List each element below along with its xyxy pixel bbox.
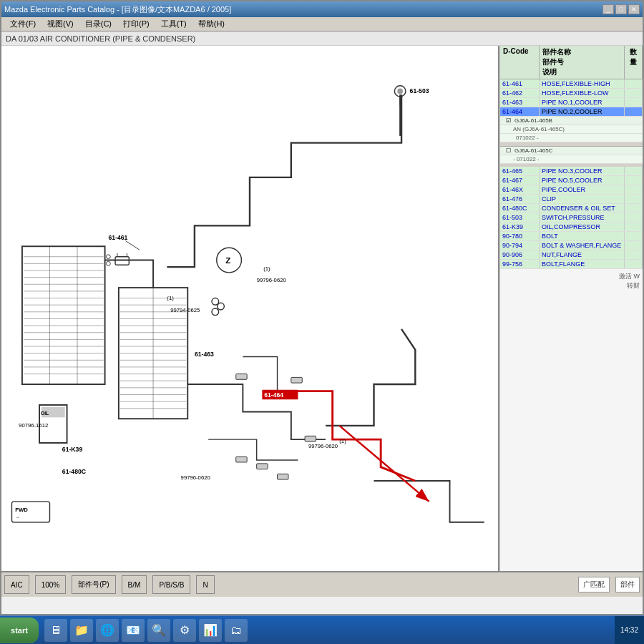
name-61-463: PIPE NO.1,COOLER [540,98,625,107]
parts-row-90-794[interactable]: 90-794 BOLT & WASHER,FLANGE [500,241,643,250]
dcode-61-462: 61-462 [500,89,540,97]
part-number-465c: GJ6A-61-465C [514,147,552,154]
match-status: 广匹配 [578,577,610,592]
parts-row-90-906[interactable]: 90-906 NUT,FLANGE [500,250,643,260]
name-61-480c: CONDENSER & OIL SET [540,204,625,213]
menu-help[interactable]: 帮助(H) [192,17,230,31]
name-61-503: SWITCH,PRESSURE [540,213,625,222]
part-date-b: - 071022 - [513,156,640,162]
qty-90-780 [625,232,643,240]
svg-text:61-K39: 61-K39 [62,446,83,453]
qty-61-467 [625,176,643,185]
activate-info: 激活 W 转财 [500,269,643,293]
title-bar-buttons: _ □ ✕ [602,4,640,14]
svg-text:OIL: OIL [41,411,49,416]
taskbar-icon-7[interactable]: 📊 [199,619,222,642]
qty-61-k39 [625,223,643,231]
dcode-61-463: 61-463 [500,98,540,107]
minimize-button[interactable]: _ [602,4,614,14]
maximize-button[interactable]: □ [615,4,627,14]
menu-tools[interactable]: 工具(T) [155,17,192,31]
taskbar-icon-1[interactable]: 🖥 [44,619,67,642]
part-p-button[interactable]: 部件号(P) [72,575,115,594]
part-date-a: 071022 - [516,135,640,141]
zoom-button[interactable]: 100% [35,575,67,594]
dcode-90-780: 90-780 [500,232,540,240]
menu-print[interactable]: 打印(P) [117,17,155,31]
qty-61-46x [625,185,643,194]
n-button[interactable]: N [196,575,214,594]
app-window: Mazda Electronic Parts Catalog - [目录图像/文… [0,0,644,615]
svg-text:61-464: 61-464 [264,391,283,399]
name-61-462: HOSE,FLEXIBLE-LOW [540,89,625,97]
parts-row-61-k39[interactable]: 61-K39 OIL,COMPRESSOR [500,223,643,232]
menu-catalog[interactable]: 目录(C) [79,17,117,31]
checkbox-465b[interactable]: ☑ [502,117,514,124]
svg-text:90796-1612: 90796-1612 [19,422,48,429]
name-90-906: NUT,FLANGE [540,250,625,259]
parts-row-61-465[interactable]: 61-465 PIPE NO.3,COOLER [500,167,643,176]
parts-diagram: FWD → [1,46,498,571]
svg-text:61-461: 61-461 [108,234,127,241]
qty-61-464 [625,107,643,116]
parts-row-61-463[interactable]: 61-463 PIPE NO.1,COOLER [500,98,643,107]
main-content: FWD → [1,46,643,571]
menu-view[interactable]: 视图(V) [42,17,79,31]
taskbar-icon-5[interactable]: 🔍 [147,619,170,642]
sub-row-gj6a465b: ☑ GJ6A-61-465B [500,117,643,125]
sub-row-465c-variant: AN (GJ6A-61-465C) [500,125,643,134]
parts-row-90-780[interactable]: 90-780 BOLT [500,232,643,241]
parts-row-61-480c[interactable]: 61-480C CONDENSER & OIL SET [500,204,643,213]
taskbar-icon-8[interactable]: 🗂 [225,619,248,642]
taskbar-icons: 🖥 📁 🌐 📧 🔍 ⚙ 📊 🗂 [42,619,250,642]
qty-90-794 [625,241,643,250]
taskbar-icon-2[interactable]: 📁 [70,619,93,642]
parts-row-61-476[interactable]: 61-476 CLIP [500,195,643,204]
name-61-476: CLIP [540,195,625,203]
dcode-61-461: 61-461 [500,79,540,88]
taskbar-icon-3[interactable]: 🌐 [96,619,119,642]
taskbar-icon-4[interactable]: 📧 [122,619,145,642]
name-99-756: BOLT,FLANGE [540,260,625,268]
qty-column-header: 数量 [625,46,643,79]
svg-rect-66 [305,436,316,441]
parts-row-61-467[interactable]: 61-467 PIPE NO.5,COOLER [500,176,643,185]
name-61-k39: OIL,COMPRESSOR [540,223,625,231]
start-button[interactable]: start [0,618,39,643]
name-column-header: 部件名称部件号说明 [540,46,625,79]
svg-text:Z: Z [225,256,230,265]
name-61-467: PIPE NO.5,COOLER [540,176,625,185]
svg-rect-67 [236,457,247,462]
dcode-61-503: 61-503 [500,213,540,222]
close-button[interactable]: ✕ [628,4,640,14]
qty-61-476 [625,195,643,203]
dcode-61-46x: 61-46X [500,185,540,194]
name-90-780: BOLT [540,232,625,240]
aic-button[interactable]: AIC [4,575,29,594]
parts-panel: D-Code 部件名称部件号说明 数量 61-461 HOSE,FLEXIBLE… [499,46,643,571]
parts-row-61-503[interactable]: 61-503 SWITCH,PRESSURE [500,213,643,223]
dcode-61-467: 61-467 [500,176,540,185]
taskbar: start 🖥 📁 🌐 📧 🔍 ⚙ 📊 🗂 14:32 [0,615,644,644]
section-title: DA 01/03 AIR CONDITIONER (PIPE & CONDENS… [6,34,195,43]
parts-row-61-461[interactable]: 61-461 HOSE,FLEXIBLE-HIGH [500,79,643,89]
taskbar-icon-6[interactable]: ⚙ [173,619,196,642]
name-61-464: PIPE NO.2,COOLER [540,107,625,116]
parts-row-61-462[interactable]: 61-462 HOSE,FLEXIBLE-LOW [500,89,643,98]
bm-button[interactable]: B/M [122,575,147,594]
parts-row-99-756[interactable]: 99-756 BOLT,FLANGE [500,260,643,269]
svg-text:99796-0620: 99796-0620 [257,277,286,283]
qty-61-480c [625,204,643,213]
dcode-99-756: 99-756 [500,260,540,268]
dcode-90-794: 90-794 [500,241,540,250]
parts-row-61-464[interactable]: 61-464 PIPE NO.2,COOLER [500,107,643,117]
parts-row-61-46x[interactable]: 61-46X PIPE,COOLER [500,185,643,195]
dcode-column-header: D-Code [500,46,540,79]
pbsb-button[interactable]: P/B/S/B [152,575,190,594]
qty-61-462 [625,89,643,97]
name-61-461: HOSE,FLEXIBLE-HIGH [540,79,625,88]
window-title: Mazda Electronic Parts Catalog - [目录图像/文… [4,4,231,15]
checkbox-465c[interactable]: ☐ [502,147,514,154]
svg-text:61-463: 61-463 [195,351,214,358]
menu-file[interactable]: 文件(F) [4,17,42,31]
